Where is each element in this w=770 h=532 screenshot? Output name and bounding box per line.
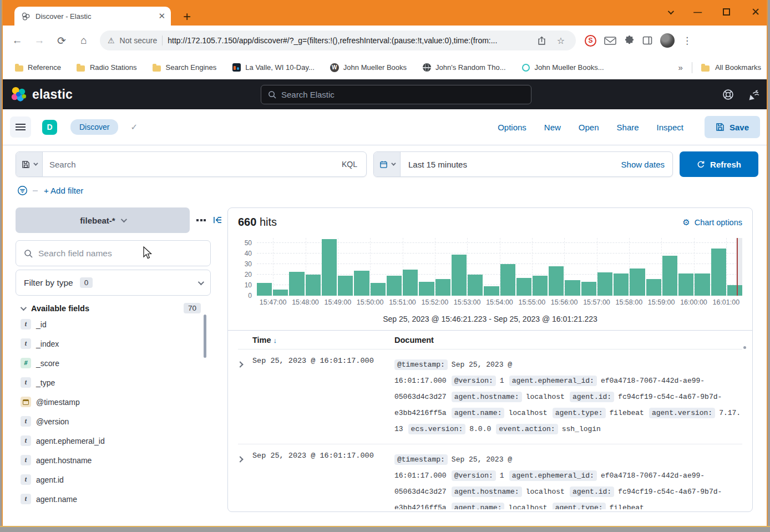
filter-icon[interactable] <box>17 185 28 196</box>
time-column-header[interactable]: Time↓ <box>252 336 394 344</box>
histogram-bar[interactable] <box>549 266 564 296</box>
help-icon[interactable] <box>722 89 734 100</box>
url-bar[interactable]: ⚠ Not secure http://172.105.7.150/app/di… <box>100 31 576 50</box>
minimize-button[interactable]: — <box>693 7 702 17</box>
available-fields-header[interactable]: Available fields 70 <box>16 303 211 313</box>
news-icon[interactable] <box>748 89 760 100</box>
field-pill[interactable]: agent.id: <box>570 392 614 402</box>
bookmark-item[interactable]: John's Random Tho... <box>417 61 511 74</box>
extension-s-icon[interactable]: S <box>585 35 596 47</box>
close-window-button[interactable]: ✕ <box>751 6 760 18</box>
field-pill[interactable]: @timestamp: <box>394 359 448 370</box>
field-pill[interactable]: @timestamp: <box>394 454 448 465</box>
side-panel-icon[interactable] <box>642 36 652 45</box>
global-search[interactable] <box>261 85 531 104</box>
nav-link-options[interactable]: Options <box>498 123 526 132</box>
histogram-bar[interactable] <box>597 272 612 296</box>
plot-area[interactable] <box>257 238 742 296</box>
histogram-bar[interactable] <box>306 275 321 296</box>
field-pill[interactable]: agent.id: <box>570 487 614 497</box>
field-item[interactable]: t_id <box>16 315 211 334</box>
histogram-bar[interactable] <box>727 285 742 296</box>
histogram-bar[interactable] <box>630 268 645 296</box>
query-input[interactable] <box>49 160 340 169</box>
new-tab-button[interactable]: + <box>183 10 191 23</box>
table-scrollbar[interactable] <box>743 346 746 349</box>
tab-search-icon[interactable] <box>668 8 674 14</box>
bookmarks-overflow-icon[interactable]: » <box>678 63 683 72</box>
field-pill[interactable]: agent.type: <box>553 503 606 509</box>
tab-close-icon[interactable]: ✕ <box>158 11 165 21</box>
field-pill[interactable]: agent.ephemeral_id: <box>509 470 597 481</box>
field-item[interactable]: t@version <box>16 412 211 431</box>
field-pill[interactable]: @version: <box>452 376 496 386</box>
histogram-bar[interactable] <box>371 283 386 296</box>
field-item[interactable]: tagent.hostname <box>16 450 211 470</box>
save-button[interactable]: Save <box>705 116 760 138</box>
field-item[interactable]: t_type <box>16 373 211 392</box>
space-badge[interactable]: D <box>42 120 57 135</box>
date-quick-select-button[interactable] <box>374 152 401 176</box>
histogram-bar[interactable] <box>565 280 580 296</box>
histogram-bar[interactable] <box>468 275 483 296</box>
field-item[interactable]: t_index <box>16 334 211 353</box>
field-pill[interactable]: agent.version: <box>649 408 715 418</box>
histogram-bar[interactable] <box>403 270 418 296</box>
add-filter-button[interactable]: + Add filter <box>44 186 83 195</box>
expand-row-icon[interactable] <box>238 357 252 437</box>
field-pill[interactable]: agent.name: <box>452 503 505 509</box>
back-icon[interactable]: ← <box>8 31 27 50</box>
histogram-bar[interactable] <box>533 276 548 296</box>
data-view-picker[interactable]: filebeat-* <box>16 207 190 233</box>
breadcrumb[interactable]: Discover <box>70 119 118 135</box>
histogram-bar[interactable] <box>273 290 288 296</box>
field-item[interactable]: #_score <box>16 353 211 373</box>
field-pill[interactable]: ecs.version: <box>408 424 466 434</box>
histogram-bar[interactable] <box>354 271 369 296</box>
histogram-bar[interactable] <box>435 279 450 296</box>
main-menu-icon[interactable] <box>10 116 31 138</box>
histogram-bar[interactable] <box>581 282 596 296</box>
nav-link-share[interactable]: Share <box>617 123 639 132</box>
nav-link-new[interactable]: New <box>544 123 561 132</box>
browser-tab[interactable]: Discover - Elastic ✕ <box>14 7 171 26</box>
histogram-bar[interactable] <box>695 273 710 296</box>
histogram-bar[interactable] <box>516 278 531 296</box>
nav-link-inspect[interactable]: Inspect <box>657 123 683 132</box>
query-language-label[interactable]: KQL <box>342 160 359 169</box>
histogram-bar[interactable] <box>484 286 499 296</box>
profile-avatar[interactable] <box>660 33 675 48</box>
field-pill[interactable]: event.action: <box>496 424 558 434</box>
elastic-brand[interactable]: elastic <box>10 86 73 103</box>
refresh-button[interactable]: Refresh <box>680 151 758 177</box>
bookmark-item[interactable]: Search Engines <box>147 61 222 74</box>
nav-link-open[interactable]: Open <box>579 123 599 132</box>
bookmark-item[interactable]: La Valle, WI 10-Day... <box>226 61 320 74</box>
extensions-puzzle-icon[interactable] <box>624 36 635 46</box>
histogram-bar[interactable] <box>322 239 337 296</box>
saved-query-button[interactable] <box>16 152 43 176</box>
maximize-button[interactable] <box>723 8 730 16</box>
field-pill[interactable]: agent.hostname: <box>452 392 522 402</box>
field-search-input[interactable] <box>38 249 202 259</box>
histogram-bar[interactable] <box>662 256 677 296</box>
filter-by-type[interactable]: Filter by type 0 <box>16 270 211 296</box>
field-pill[interactable]: agent.hostname: <box>452 487 522 497</box>
bookmark-item[interactable]: John Mueller Books... <box>516 61 610 74</box>
bookmark-item[interactable]: WJohn Mueller Books <box>325 61 412 74</box>
sidebar-scrollbar[interactable] <box>204 315 206 358</box>
histogram-bar[interactable] <box>646 279 661 296</box>
field-item[interactable]: @timestamp <box>16 392 211 412</box>
collapse-sidebar-icon[interactable] <box>213 216 222 224</box>
global-search-input[interactable] <box>281 90 524 99</box>
field-pill[interactable]: agent.ephemeral_id: <box>509 376 597 386</box>
reload-icon[interactable]: ⟳ <box>52 31 71 50</box>
field-pill[interactable]: @version: <box>452 470 496 481</box>
all-bookmarks-button[interactable]: All Bookmarks <box>701 63 761 72</box>
histogram-bar[interactable] <box>257 283 272 296</box>
bookmark-star-icon[interactable]: ☆ <box>554 36 568 46</box>
sort-desc-icon[interactable]: ↓ <box>273 336 277 344</box>
field-pill[interactable]: agent.name: <box>452 408 505 418</box>
show-dates-button[interactable]: Show dates <box>621 152 672 176</box>
field-item[interactable]: tagent.id <box>16 470 211 489</box>
